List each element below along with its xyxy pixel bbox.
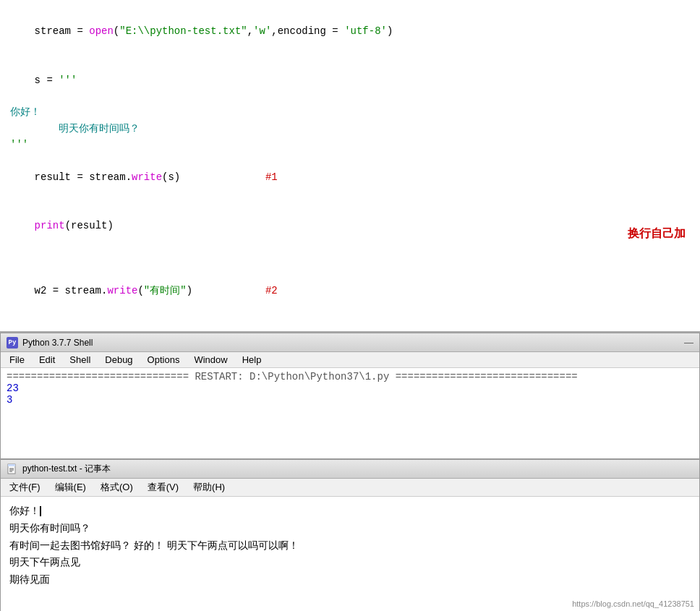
notepad-menubar: 文件(F) 编辑(E) 格式(O) 查看(V) 帮助(H) [1,479,699,497]
notepad-line-5: 期待见面 [9,571,691,589]
shell-menu-help[interactable]: Help [239,354,265,366]
shell-menu-debug[interactable]: Debug [102,354,135,366]
shell-output-3: 3 [7,394,693,406]
shell-restart-line: ============================== RESTART: … [7,371,693,383]
notepad-icon [7,463,18,475]
shell-menubar: File Edit Shell Debug Options Window Hel… [1,352,699,368]
notepad-titlebar: python-test.txt - 记事本 [1,460,699,479]
notepad-line-2: 明天你有时间吗？ [9,520,691,537]
code-line-6: result = stream.write(s) #1 [10,153,690,202]
shell-icon: Py [7,337,18,349]
shell-menu-window[interactable]: Window [191,354,230,366]
notepad-line-4: 明天下午两点见 [9,554,691,571]
svg-rect-1 [8,464,15,466]
notepad-menu-format[interactable]: 格式(O) [98,480,136,495]
annotation-text: 换行自己加 [628,224,686,243]
shell-title: Python 3.7.7 Shell [22,338,93,348]
shell-menu-edit[interactable]: Edit [36,354,58,366]
code-line-3: 你好！ [10,104,690,120]
shell-content: ============================== RESTART: … [1,368,699,457]
notepad-line-3: 有时间一起去图书馆好吗？ 好的！ 明天下午两点可以吗可以啊！ [9,537,691,555]
shell-menu-file[interactable]: File [7,354,27,366]
code-editor: stream = open("E:\\python-test.txt",'w',… [0,0,700,333]
notepad-menu-view[interactable]: 查看(V) [145,480,182,495]
code-line-4: 明天你有时间吗？ [10,121,690,137]
shell-menu-shell[interactable]: Shell [67,354,93,366]
code-line-10: print(w2) [10,315,690,333]
notepad-title: python-test.txt - 记事本 [22,463,111,475]
notepad-menu-edit[interactable]: 编辑(E) [52,480,89,495]
code-line-2: s = ''' [10,56,690,104]
notepad-line-1: 你好！ [9,503,691,520]
code-line-5: ''' [10,137,690,153]
code-line-8 [10,250,690,266]
notepad-content: 你好！ 明天你有时间吗？ 有时间一起去图书馆好吗？ 好的！ 明天下午两点可以吗可… [1,497,699,611]
notepad-window: python-test.txt - 记事本 文件(F) 编辑(E) 格式(O) … [0,459,700,611]
text-cursor [40,506,41,516]
notepad-menu-file[interactable]: 文件(F) [7,480,43,495]
shell-menu-options[interactable]: Options [145,354,183,366]
code-line-1: stream = open("E:\\python-test.txt",'w',… [10,7,690,56]
code-line-9: w2 = stream.write("有时间") #2 [10,266,690,315]
notepad-wrapper: python-test.txt - 记事本 文件(F) 编辑(E) 格式(O) … [0,459,700,611]
shell-titlebar: Py Python 3.7.7 Shell — [1,333,699,352]
shell-output-23: 23 [7,383,693,394]
code-line-7: print(result) [10,202,690,250]
watermark: https://blog.csdn.net/qq_41238751 [572,599,694,608]
shell-window: Py Python 3.7.7 Shell — File Edit Shell … [0,333,700,459]
notepad-menu-help[interactable]: 帮助(H) [190,480,228,495]
shell-close-button[interactable]: — [684,337,693,348]
